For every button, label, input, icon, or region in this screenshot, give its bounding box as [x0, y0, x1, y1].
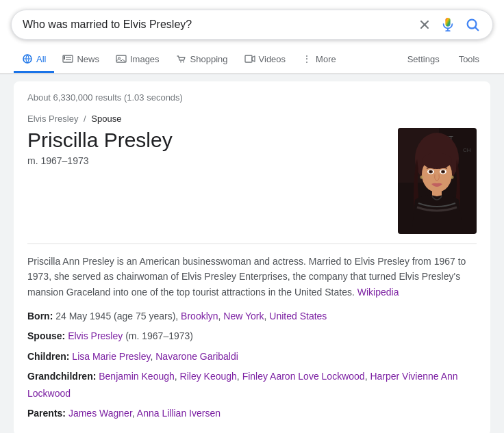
- tab-all[interactable]: All: [14, 47, 54, 73]
- child-1-link[interactable]: Lisa Marie Presley: [72, 351, 150, 362]
- svg-rect-12: [245, 55, 252, 62]
- grandchildren-label: Grandchildren:: [27, 371, 96, 382]
- search-icon: [465, 17, 480, 32]
- born-brooklyn-link[interactable]: Brooklyn: [181, 311, 218, 322]
- tab-news-label: News: [77, 54, 99, 64]
- nav-tabs: All News Images Shop: [11, 47, 493, 73]
- close-icon: [418, 18, 431, 31]
- breadcrumb-current: Spouse: [91, 114, 121, 124]
- svg-point-27: [451, 176, 454, 179]
- svg-point-26: [420, 176, 424, 179]
- children-label: Children:: [27, 351, 69, 362]
- entity-name: Priscilla Presley: [27, 128, 387, 153]
- images-icon: [116, 53, 127, 64]
- settings-button[interactable]: Settings: [399, 49, 448, 72]
- results-count: About 6,330,000 results (1.03 seconds): [27, 92, 477, 103]
- wikipedia-link[interactable]: Wikipedia: [357, 287, 399, 298]
- svg-point-25: [442, 171, 444, 173]
- tab-shopping[interactable]: Shopping: [168, 47, 236, 73]
- spouse-dates: (m. 1967–1973): [125, 330, 193, 341]
- search-button[interactable]: [464, 16, 481, 34]
- entity-image: ET CH: [398, 128, 477, 234]
- tab-all-label: All: [36, 54, 46, 64]
- main-content: About 6,330,000 results (1.03 seconds) E…: [14, 81, 490, 433]
- nav-divider: [0, 74, 504, 75]
- grandchild-2-link[interactable]: Riley Keough: [180, 371, 237, 382]
- info-row-born: Born: 24 May 1945 (age 75 years), Brookl…: [27, 308, 477, 325]
- born-label: Born:: [27, 311, 53, 322]
- info-row-parents: Parents: James Wagner, Anna Lillian Iver…: [27, 405, 477, 422]
- breadcrumb: Elvis Presley / Spouse: [27, 114, 477, 124]
- info-row-children: Children: Lisa Marie Presley, Navarone G…: [27, 348, 477, 365]
- tab-more[interactable]: ⋮ More: [294, 47, 344, 73]
- born-newyork-link[interactable]: New York: [223, 311, 264, 322]
- breadcrumb-parent-link[interactable]: Elvis Presley: [27, 114, 81, 124]
- videos-icon: [244, 53, 255, 64]
- info-row-spouse: Spouse: Elvis Presley (m. 1967–1973): [27, 328, 477, 345]
- parents-label: Parents:: [27, 408, 66, 419]
- svg-point-11: [183, 62, 184, 63]
- tab-more-label: More: [316, 54, 336, 64]
- tab-shopping-label: Shopping: [190, 54, 228, 64]
- search-icons: [417, 16, 481, 34]
- tab-news[interactable]: News: [54, 47, 108, 73]
- born-text: 24 May 1945 (age 75 years),: [55, 311, 181, 322]
- mic-icon: [440, 17, 455, 32]
- spouse-link[interactable]: Elvis Presley: [68, 330, 123, 341]
- entity-photo: ET CH: [398, 128, 477, 234]
- entity-dates: m. 1967–1973: [27, 155, 387, 166]
- more-dots-icon: ⋮: [302, 53, 312, 64]
- all-icon: [22, 53, 33, 64]
- entity-text: Priscilla Presley m. 1967–1973: [27, 128, 387, 172]
- tools-button[interactable]: Tools: [451, 49, 488, 72]
- tab-videos-label: Videos: [259, 54, 286, 64]
- grandchild-3-link[interactable]: Finley Aaron Love Lockwood: [242, 371, 365, 382]
- news-icon: [62, 53, 73, 64]
- search-bar-container: Who was married to Elvis Presley?: [0, 0, 504, 74]
- tab-images[interactable]: Images: [108, 47, 168, 73]
- voice-search-button[interactable]: [439, 16, 457, 34]
- nav-right-actions: Settings Tools: [399, 49, 493, 72]
- svg-point-10: [180, 62, 181, 63]
- parent-1-link[interactable]: James Wagner: [68, 408, 132, 419]
- tab-images-label: Images: [130, 54, 160, 64]
- description-text: Priscilla Ann Presley is an American bus…: [27, 254, 477, 300]
- born-us-link[interactable]: United States: [269, 311, 327, 322]
- info-row-grandchildren: Grandchildren: Benjamin Keough, Riley Ke…: [27, 368, 477, 402]
- svg-point-19: [422, 153, 452, 169]
- entity-section: Priscilla Presley m. 1967–1973 ET CH: [27, 128, 477, 234]
- tab-videos[interactable]: Videos: [236, 47, 294, 73]
- content-divider: [27, 244, 477, 244]
- search-input[interactable]: Who was married to Elvis Presley?: [23, 18, 417, 31]
- breadcrumb-separator: /: [84, 114, 86, 124]
- parent-2-link[interactable]: Anna Lillian Iversen: [137, 408, 220, 419]
- clear-button[interactable]: [417, 17, 432, 32]
- spouse-label: Spouse:: [27, 330, 65, 341]
- grandchild-1-link[interactable]: Benjamin Keough: [99, 371, 175, 382]
- search-bar: Who was married to Elvis Presley?: [11, 10, 493, 40]
- svg-text:CH: CH: [463, 147, 471, 153]
- shopping-icon: [176, 53, 187, 64]
- svg-point-24: [430, 171, 432, 173]
- child-2-link[interactable]: Navarone Garibaldi: [155, 351, 238, 362]
- svg-rect-7: [64, 56, 65, 60]
